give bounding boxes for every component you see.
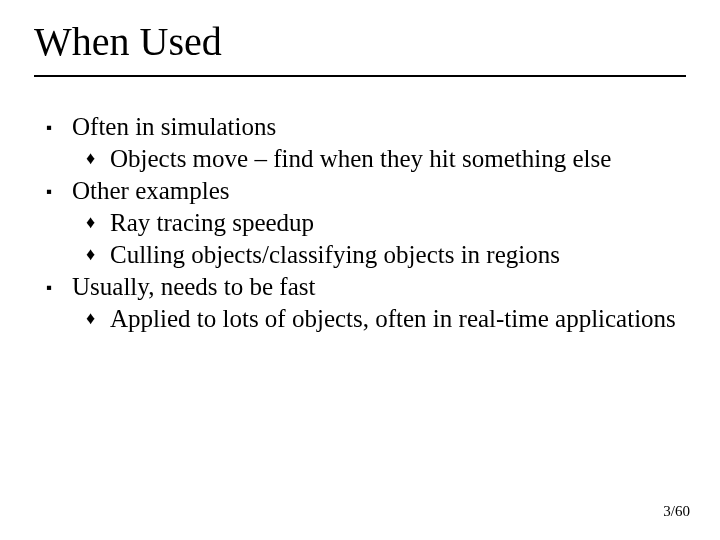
slide-body: ▪ Often in simulations ♦ Objects move – … <box>34 77 686 335</box>
list-item: ▪ Usually, needs to be fast <box>34 271 686 303</box>
list-item-text: Ray tracing speedup <box>110 207 686 239</box>
list-item-text: Often in simulations <box>72 111 686 143</box>
list-item: ▪ Often in simulations <box>34 111 686 143</box>
list-item: ▪ Other examples <box>34 175 686 207</box>
list-subitem: ♦ Culling objects/classifying objects in… <box>34 239 686 271</box>
diamond-bullet-icon: ♦ <box>86 303 110 330</box>
list-item-text: Other examples <box>72 175 686 207</box>
square-bullet-icon: ▪ <box>46 111 72 139</box>
list-subitem: ♦ Applied to lots of objects, often in r… <box>34 303 686 335</box>
list-subitem: ♦ Objects move – find when they hit some… <box>34 143 686 175</box>
list-item-text: Usually, needs to be fast <box>72 271 686 303</box>
list-item-text: Objects move – find when they hit someth… <box>110 143 686 175</box>
page-number: 3/60 <box>663 503 690 520</box>
list-item-text: Applied to lots of objects, often in rea… <box>110 303 686 335</box>
slide-title: When Used <box>34 18 686 65</box>
square-bullet-icon: ▪ <box>46 271 72 299</box>
square-bullet-icon: ▪ <box>46 175 72 203</box>
diamond-bullet-icon: ♦ <box>86 207 110 234</box>
diamond-bullet-icon: ♦ <box>86 143 110 170</box>
diamond-bullet-icon: ♦ <box>86 239 110 266</box>
list-subitem: ♦ Ray tracing speedup <box>34 207 686 239</box>
slide: When Used ▪ Often in simulations ♦ Objec… <box>0 0 720 540</box>
list-item-text: Culling objects/classifying objects in r… <box>110 239 686 271</box>
